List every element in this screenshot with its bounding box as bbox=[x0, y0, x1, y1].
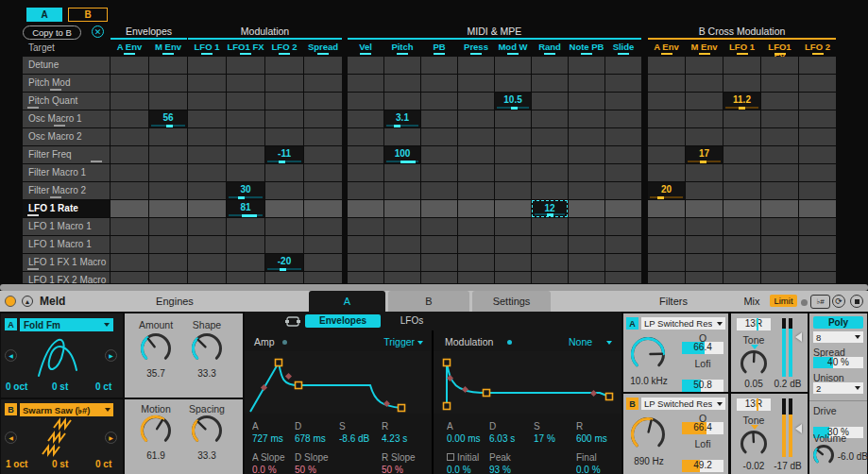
matrix-cell[interactable] bbox=[149, 164, 187, 181]
tab-envelopes[interactable]: Envelopes bbox=[305, 314, 381, 328]
matrix-cell[interactable] bbox=[532, 254, 568, 271]
matrix-cell[interactable] bbox=[188, 164, 226, 181]
matrix-cell[interactable] bbox=[111, 254, 148, 271]
matrix-cell[interactable] bbox=[605, 128, 641, 145]
matrix-cell[interactable] bbox=[188, 128, 226, 145]
filter-b-freq-knob[interactable] bbox=[630, 416, 666, 456]
matrix-cell[interactable] bbox=[761, 75, 798, 92]
matrix-cell[interactable] bbox=[188, 182, 226, 199]
matrix-cell[interactable] bbox=[495, 200, 531, 217]
matrix-cell[interactable] bbox=[421, 164, 457, 181]
matrix-cell[interactable] bbox=[265, 110, 303, 127]
matrix-cell[interactable] bbox=[686, 218, 723, 235]
env-param-value[interactable]: 678 ms bbox=[295, 432, 339, 444]
matrix-cell[interactable] bbox=[686, 182, 723, 199]
filter-a-freq-knob[interactable] bbox=[630, 336, 666, 376]
save-preset-icon[interactable] bbox=[850, 295, 863, 308]
matrix-cell[interactable] bbox=[227, 110, 264, 127]
matrix-cell[interactable] bbox=[799, 182, 836, 199]
matrix-cell[interactable] bbox=[421, 110, 457, 127]
matrix-cell[interactable] bbox=[458, 272, 494, 283]
matrix-cell[interactable] bbox=[532, 93, 568, 110]
matrix-cell[interactable] bbox=[265, 75, 303, 92]
matrix-cell[interactable] bbox=[265, 218, 303, 235]
engine-b-cents[interactable]: 0 ct bbox=[95, 459, 111, 469]
matrix-cell[interactable] bbox=[648, 93, 685, 110]
matrix-cell[interactable]: 10.5 bbox=[495, 93, 531, 110]
matrix-cell[interactable] bbox=[227, 218, 264, 235]
matrix-cell[interactable] bbox=[348, 182, 383, 199]
matrix-cell[interactable] bbox=[265, 164, 303, 181]
matrix-cell[interactable] bbox=[458, 110, 494, 127]
matrix-cell[interactable] bbox=[304, 236, 342, 253]
matrix-cell[interactable] bbox=[532, 236, 568, 253]
matrix-cell[interactable] bbox=[458, 128, 494, 145]
matrix-row-label[interactable]: LFO 1 Macro 1 bbox=[23, 236, 110, 253]
matrix-cell[interactable] bbox=[458, 93, 494, 110]
matrix-row-label[interactable]: Filter Freq bbox=[23, 146, 110, 163]
matrix-cell[interactable] bbox=[686, 75, 723, 92]
matrix-cell[interactable] bbox=[761, 200, 798, 217]
matrix-cell[interactable] bbox=[458, 146, 494, 163]
matrix-cell[interactable] bbox=[149, 93, 187, 110]
matrix-cell[interactable] bbox=[421, 236, 457, 253]
matrix-cell[interactable]: 30 bbox=[227, 182, 264, 199]
matrix-cell[interactable] bbox=[188, 236, 226, 253]
matrix-cell[interactable] bbox=[421, 57, 457, 74]
matrix-cell[interactable] bbox=[648, 236, 685, 253]
matrix-cell[interactable] bbox=[458, 200, 494, 217]
matrix-cell[interactable] bbox=[111, 164, 148, 181]
filter-b-type-select[interactable]: LP Switched Res bbox=[641, 398, 725, 410]
matrix-cell[interactable] bbox=[227, 272, 264, 283]
matrix-cell[interactable] bbox=[761, 236, 798, 253]
engine-a-next-icon[interactable]: ▶ bbox=[105, 349, 117, 362]
matrix-cell[interactable] bbox=[348, 218, 383, 235]
matrix-cell[interactable] bbox=[761, 146, 798, 163]
matrix-cell[interactable] bbox=[648, 218, 685, 235]
matrix-cell[interactable] bbox=[648, 146, 685, 163]
engine-a-cents[interactable]: 0 ct bbox=[95, 381, 111, 392]
matrix-cell[interactable] bbox=[348, 128, 383, 145]
matrix-cell[interactable] bbox=[761, 218, 798, 235]
matrix-cell[interactable] bbox=[686, 128, 723, 145]
matrix-cell[interactable] bbox=[265, 272, 303, 283]
matrix-row-label[interactable]: LFO 1 FX 1 Macro bbox=[23, 254, 110, 271]
matrix-cell[interactable] bbox=[495, 218, 531, 235]
device-activator-toggle[interactable] bbox=[5, 296, 16, 307]
matrix-cell[interactable] bbox=[149, 200, 187, 217]
matrix-cell[interactable] bbox=[532, 182, 568, 199]
matrix-cell[interactable] bbox=[348, 110, 383, 127]
tab-a[interactable]: A bbox=[309, 291, 385, 312]
matrix-cell[interactable] bbox=[761, 254, 798, 271]
matrix-cell[interactable] bbox=[265, 93, 303, 110]
matrix-cell[interactable] bbox=[532, 128, 568, 145]
matrix-cell[interactable] bbox=[188, 272, 226, 283]
matrix-cell[interactable] bbox=[569, 200, 604, 217]
matrix-cell[interactable] bbox=[495, 128, 531, 145]
matrix-cell[interactable] bbox=[421, 272, 457, 283]
matrix-cell[interactable] bbox=[149, 272, 187, 283]
matrix-cell[interactable] bbox=[111, 218, 148, 235]
matrix-cell[interactable] bbox=[304, 146, 342, 163]
matrix-cell[interactable] bbox=[605, 164, 641, 181]
matrix-cell[interactable] bbox=[458, 254, 494, 271]
matrix-cell[interactable] bbox=[304, 182, 342, 199]
spread-slider[interactable]: 40 % bbox=[813, 357, 863, 368]
matrix-cell[interactable] bbox=[304, 57, 342, 74]
matrix-cell[interactable] bbox=[495, 110, 531, 127]
matrix-cell[interactable] bbox=[458, 57, 494, 74]
matrix-cell[interactable] bbox=[761, 182, 798, 199]
matrix-cell[interactable] bbox=[458, 164, 494, 181]
amp-envelope-display[interactable] bbox=[245, 351, 431, 414]
matrix-cell[interactable] bbox=[761, 57, 798, 74]
matrix-cell[interactable] bbox=[149, 218, 187, 235]
matrix-cell[interactable] bbox=[495, 164, 531, 181]
matrix-cell[interactable] bbox=[686, 254, 723, 271]
matrix-cell[interactable] bbox=[348, 254, 383, 271]
matrix-cell[interactable] bbox=[348, 164, 383, 181]
matrix-cell[interactable] bbox=[458, 75, 494, 92]
matrix-cell[interactable]: 17 bbox=[686, 146, 723, 163]
matrix-cell[interactable] bbox=[188, 200, 226, 217]
tab-b[interactable]: B bbox=[388, 291, 469, 312]
matrix-cell[interactable] bbox=[149, 57, 187, 74]
